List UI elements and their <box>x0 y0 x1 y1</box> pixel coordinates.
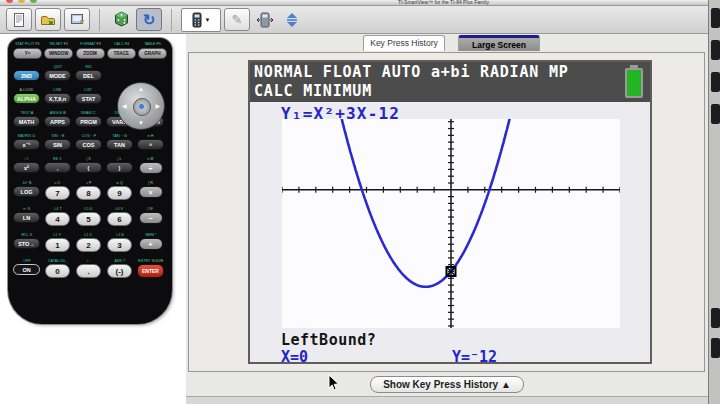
key-[interactable]: ) <box>106 162 133 173</box>
prompt-label: LeftBound? <box>281 331 376 349</box>
key--slot: π H ^ <box>137 133 164 150</box>
key-window[interactable]: WINDOW <box>44 48 73 59</box>
graph-svg <box>282 119 620 328</box>
key-4[interactable]: 4 <box>45 212 70 226</box>
key-math-slot: TEST A MATH <box>13 110 40 127</box>
key-6[interactable]: 6 <box>107 212 132 226</box>
key-[interactable]: (-) <box>107 264 132 278</box>
key-prgm[interactable]: PRGM <box>75 116 102 127</box>
key-prgm-slot: DRAW C PRGM <box>75 110 102 127</box>
key-log[interactable]: LOG <box>13 186 40 197</box>
key-on-slot: OFF ON <box>13 258 40 278</box>
new-document-button[interactable] <box>6 8 32 31</box>
reset-calculator-button[interactable]: ↻ <box>136 8 162 31</box>
key-sto[interactable]: STO→ <box>13 238 40 249</box>
close-button[interactable] <box>6 0 13 3</box>
collapse-expand-panels-button[interactable] <box>280 9 304 30</box>
key-2[interactable]: 2 <box>76 238 101 252</box>
large-screen-panel: NORMAL FLOAT AUTO a+bi RADIAN MP CALC MI… <box>188 52 705 372</box>
key-8[interactable]: 8 <box>76 186 101 200</box>
window-bottom-edge <box>186 396 708 404</box>
show-key-press-history-button[interactable]: Show Key Press History ▲ <box>370 376 524 393</box>
key-x-slot: √ I x² <box>13 156 40 174</box>
dpad[interactable]: ▲ ▼ ◀ ▶ <box>117 82 165 130</box>
calculator-emulator: STAT PLOT F1 Y=TBLSET F2 WINDOWFORMAT F3… <box>8 38 172 324</box>
bottom-bar: Show Key Press History ▲ <box>186 372 708 396</box>
key-x[interactable]: x⁻¹ <box>13 139 40 150</box>
up-down-arrows-icon <box>285 12 299 28</box>
history-key-thumbnail <box>711 104 720 124</box>
history-key-thumbnail <box>711 40 720 60</box>
key-3[interactable]: 3 <box>107 238 132 252</box>
key-[interactable]: × <box>139 186 163 198</box>
key-1[interactable]: 1 <box>45 238 70 252</box>
open-file-button[interactable] <box>35 8 61 31</box>
key-5[interactable]: 5 <box>76 212 101 226</box>
key-[interactable]: ( <box>75 162 102 173</box>
key-0-slot: CATALOG _ 0 <box>44 258 71 278</box>
key--slot: MEM " + <box>137 232 164 252</box>
key-x-t-n[interactable]: X,T,θ,n <box>44 93 71 104</box>
key-tan[interactable]: TAN <box>106 139 133 150</box>
calculator-size-button[interactable] <box>253 9 277 30</box>
key-zoom-slot: FORMAT F3 ZOOM <box>76 41 105 59</box>
dice-random-button[interactable] <box>109 9 133 30</box>
key-[interactable]: . <box>76 264 101 278</box>
key-del[interactable]: DEL <box>75 70 102 81</box>
key-[interactable]: ^ <box>137 139 164 150</box>
minimize-button[interactable] <box>18 0 25 3</box>
key-sin[interactable]: SIN <box>44 139 71 150</box>
choose-calculator-dropdown[interactable]: ▼ <box>181 8 221 32</box>
window-title: TI-SmartView™ for the TI-84 Plus Family <box>398 0 489 5</box>
key--slot: ANS ? (-) <box>106 258 133 278</box>
key-ln[interactable]: LN <box>13 212 40 223</box>
key-0[interactable]: 0 <box>45 264 70 278</box>
key-9[interactable]: 9 <box>107 186 132 200</box>
key-mode[interactable]: MODE <box>44 70 71 81</box>
key-7[interactable]: 7 <box>45 186 70 200</box>
key--slot: { K ( <box>75 156 102 174</box>
key-on[interactable]: ON <box>13 264 40 275</box>
key-[interactable]: , <box>44 162 71 173</box>
dpad-right-icon[interactable]: ▶ <box>155 103 160 109</box>
dpad-up-icon[interactable]: ▲ <box>138 86 144 92</box>
fkey-row: STAT PLOT F1 Y=TBLSET F2 WINDOWFORMAT F3… <box>8 38 172 59</box>
key-trace[interactable]: TRACE <box>107 48 136 59</box>
key-cos[interactable]: COS <box>75 139 102 150</box>
key-zoom[interactable]: ZOOM <box>76 48 105 59</box>
title-bar: TI-SmartView™ for the TI-84 Plus Family <box>0 0 708 6</box>
key--slot: ] W − <box>137 206 164 226</box>
key-1-slot: L1 Y 1 <box>44 232 71 252</box>
key-[interactable]: ÷ <box>139 162 163 174</box>
tab-large-screen[interactable]: Large Screen <box>458 35 540 51</box>
mouse-cursor <box>328 374 340 396</box>
edit-pencil-button[interactable]: ✎ <box>224 8 250 31</box>
key-enter[interactable]: ENTER <box>137 264 164 278</box>
key--slot: } L ) <box>106 156 133 174</box>
key--slot: i : . <box>75 258 102 278</box>
key-y[interactable]: Y= <box>13 48 42 59</box>
key-[interactable]: + <box>139 238 163 250</box>
zoom-button[interactable] <box>30 0 37 3</box>
key-graph[interactable]: GRAPH <box>138 48 167 59</box>
tab-key-press-history[interactable]: Key Press History <box>363 35 445 51</box>
key-stat[interactable]: STAT <box>75 93 102 104</box>
key-x[interactable]: x² <box>13 162 40 173</box>
key-enter-slot: ENTRY SOLVE ENTER <box>137 258 164 278</box>
key-7-slot: u O 7 <box>44 180 71 200</box>
dpad-left-icon[interactable]: ◀ <box>122 103 127 109</box>
calculator-resize-icon <box>256 12 274 28</box>
key-apps[interactable]: APPS <box>44 116 71 127</box>
y-readout: Y=⁻12 <box>452 348 497 366</box>
new-document-icon <box>11 12 27 28</box>
calculator-pane: STAT PLOT F1 Y=TBLSET F2 WINDOWFORMAT F3… <box>0 34 186 404</box>
dpad-down-icon[interactable]: ▼ <box>138 120 144 126</box>
status-line-1: NORMAL FLOAT AUTO a+bi RADIAN MP <box>254 63 650 82</box>
save-screen-capture-button[interactable] <box>64 8 90 31</box>
dpad-center-dot <box>139 104 144 109</box>
key-math[interactable]: MATH <box>13 116 40 127</box>
key-2nd[interactable]: 2ND <box>13 70 40 81</box>
key-alpha[interactable]: ALPHA <box>13 93 40 104</box>
key-x-slot: MATRIX D x⁻¹ <box>13 133 40 150</box>
key-[interactable]: − <box>139 212 163 224</box>
